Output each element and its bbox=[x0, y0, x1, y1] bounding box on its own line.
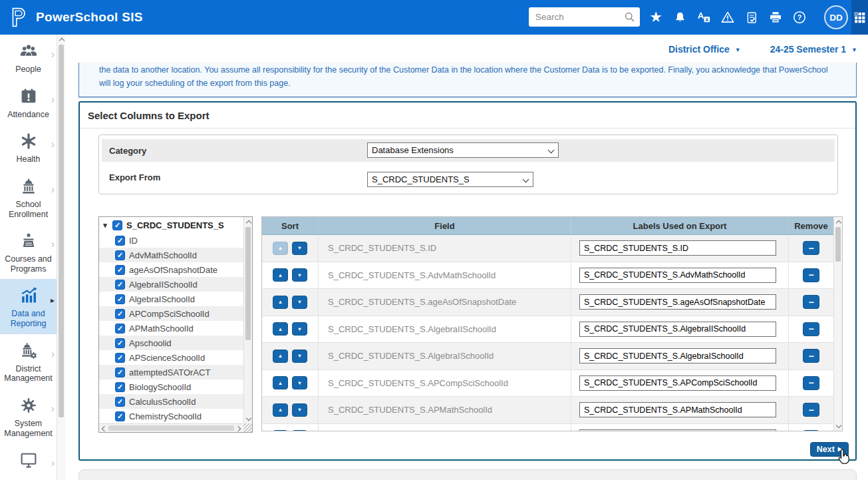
field-checkbox[interactable]: ✓ bbox=[115, 353, 125, 363]
export-label-input[interactable] bbox=[579, 375, 776, 391]
help-icon[interactable]: ? bbox=[792, 7, 807, 27]
notifications-bell-icon[interactable] bbox=[672, 7, 688, 27]
scroll-up-arrow-icon[interactable] bbox=[244, 217, 253, 226]
sort-up-button[interactable]: ▲ bbox=[273, 350, 288, 363]
field-checkbox[interactable]: ✓ bbox=[115, 338, 125, 348]
sidebar-item-people[interactable]: People › bbox=[0, 35, 57, 80]
sidebar-item-district-management[interactable]: District Management › bbox=[0, 334, 57, 389]
export-label-input[interactable] bbox=[579, 294, 776, 310]
sort-down-button[interactable]: ▼ bbox=[292, 376, 307, 389]
favorites-star-icon[interactable]: ★ bbox=[648, 7, 664, 27]
export-label-input[interactable] bbox=[579, 429, 776, 431]
search-icon[interactable] bbox=[624, 11, 635, 23]
tree-field-row[interactable]: ✓ ID bbox=[99, 233, 243, 248]
user-avatar[interactable]: DD bbox=[824, 5, 848, 29]
tree-field-row[interactable]: ✓ ChemistrySchoolId bbox=[99, 409, 243, 423]
remove-button[interactable]: − bbox=[803, 430, 819, 431]
export-label-input[interactable] bbox=[579, 268, 776, 283]
field-checkbox[interactable]: ✓ bbox=[115, 280, 125, 290]
sort-down-button[interactable]: ▼ bbox=[292, 322, 307, 336]
root-checkbox[interactable]: ✓ bbox=[112, 220, 122, 230]
sort-up-button[interactable]: ▲ bbox=[273, 403, 288, 417]
tree-field-row[interactable]: ✓ AlgebraIISchoolId bbox=[99, 277, 243, 292]
remove-button[interactable]: − bbox=[803, 349, 819, 363]
sort-down-button[interactable]: ▼ bbox=[292, 430, 307, 431]
remove-button[interactable]: − bbox=[803, 322, 819, 336]
translate-icon[interactable]: A bbox=[696, 7, 712, 27]
table-vertical-scrollbar[interactable] bbox=[833, 217, 842, 431]
scroll-left-arrow-icon[interactable] bbox=[99, 424, 108, 433]
sort-down-button[interactable]: ▼ bbox=[292, 296, 307, 309]
tree-root-row[interactable]: ▾ ✓ S_CRDC_STUDENTS_S bbox=[99, 217, 243, 233]
reports-check-icon[interactable] bbox=[744, 7, 760, 27]
tree-field-row[interactable]: ✓ AdvMathSchoolId bbox=[99, 248, 243, 262]
sort-down-button[interactable]: ▼ bbox=[292, 242, 307, 255]
remove-button[interactable]: − bbox=[803, 376, 819, 390]
sort-up-button[interactable]: ▲ bbox=[273, 242, 288, 255]
sidebar-item-school-enrollment[interactable]: School Enrollment › bbox=[0, 170, 57, 224]
tree-expander-icon[interactable]: ▾ bbox=[102, 221, 108, 230]
tree-field-row[interactable]: ✓ CalculusSchoolId bbox=[99, 394, 243, 409]
export-from-select[interactable]: S_CRDC_STUDENTS_S bbox=[367, 172, 533, 187]
field-checkbox[interactable]: ✓ bbox=[115, 309, 125, 319]
export-label-input[interactable] bbox=[579, 322, 776, 337]
sidebar-item-partial[interactable]: › bbox=[0, 443, 57, 475]
sidebar-scrollbar[interactable] bbox=[57, 35, 65, 480]
scroll-down-arrow-icon[interactable] bbox=[834, 421, 843, 431]
global-search[interactable] bbox=[529, 7, 640, 27]
term-selector[interactable]: 24-25 Semester 1 ▼ bbox=[770, 44, 857, 55]
sidebar-item-health[interactable]: Health › bbox=[0, 124, 57, 170]
apps-grid-icon[interactable] bbox=[851, 0, 868, 35]
tree-field-row[interactable]: ✓ Apschoolid bbox=[99, 336, 243, 350]
tree-vertical-scrollbar[interactable] bbox=[243, 217, 252, 423]
tree-field-row[interactable]: ✓ ageAsOfSnapshotDate bbox=[99, 262, 243, 277]
field-checkbox[interactable]: ✓ bbox=[115, 367, 125, 377]
tree-field-row[interactable]: ✓ APCompSciSchoolId bbox=[99, 306, 243, 321]
sidebar-item-courses-and-programs[interactable]: Courses and Programs › bbox=[0, 224, 57, 279]
scrollbar-thumb[interactable] bbox=[108, 425, 234, 431]
scroll-down-arrow-icon[interactable] bbox=[244, 414, 253, 423]
sort-down-button[interactable]: ▼ bbox=[292, 268, 307, 282]
sort-up-button[interactable]: ▲ bbox=[273, 376, 288, 389]
tree-field-row[interactable]: ✓ AlgebraISchoolId bbox=[99, 292, 243, 306]
sort-down-button[interactable]: ▼ bbox=[292, 403, 307, 417]
tree-horizontal-scrollbar[interactable] bbox=[99, 423, 243, 432]
field-checkbox[interactable]: ✓ bbox=[115, 250, 125, 260]
print-icon[interactable] bbox=[768, 7, 784, 27]
sidebar-item-attendance[interactable]: Attendance › bbox=[0, 80, 57, 125]
sort-down-button[interactable]: ▼ bbox=[292, 350, 307, 363]
alerts-warning-icon[interactable] bbox=[720, 7, 736, 27]
field-checkbox[interactable]: ✓ bbox=[115, 324, 125, 334]
export-label-input[interactable] bbox=[579, 240, 776, 256]
scroll-up-arrow-icon[interactable] bbox=[57, 35, 66, 44]
scrollbar-thumb[interactable] bbox=[59, 45, 64, 417]
resize-grip[interactable] bbox=[243, 423, 252, 432]
search-input[interactable] bbox=[529, 12, 624, 22]
sort-up-button[interactable]: ▲ bbox=[273, 322, 288, 336]
field-checkbox[interactable]: ✓ bbox=[115, 265, 125, 275]
category-select[interactable]: Database Extensions bbox=[367, 142, 559, 158]
sidebar-item-data-and-reporting[interactable]: Data and Reporting ▸ bbox=[0, 279, 57, 334]
tree-field-row[interactable]: ✓ APMathSchoolId bbox=[99, 321, 243, 336]
export-label-input[interactable] bbox=[579, 402, 776, 417]
tree-field-row[interactable]: ✓ BiologySchoolId bbox=[99, 379, 243, 394]
export-label-input[interactable] bbox=[579, 348, 776, 363]
field-checkbox[interactable]: ✓ bbox=[115, 236, 125, 246]
sort-up-button[interactable]: ▲ bbox=[273, 296, 288, 309]
tree-field-row[interactable]: ✓ APScienceSchoolId bbox=[99, 350, 243, 365]
sort-up-button[interactable]: ▲ bbox=[273, 268, 288, 282]
scroll-right-arrow-icon[interactable] bbox=[235, 424, 243, 433]
powerschool-logo-icon[interactable] bbox=[8, 7, 29, 28]
sidebar-item-system-management[interactable]: System Management › bbox=[0, 389, 57, 443]
remove-button[interactable]: − bbox=[803, 295, 819, 309]
scroll-up-arrow-icon[interactable] bbox=[834, 217, 843, 226]
next-button[interactable]: Next ▶ bbox=[810, 442, 849, 457]
scrollbar-thumb[interactable] bbox=[245, 227, 251, 340]
remove-button[interactable]: − bbox=[803, 268, 819, 282]
scrollbar-thumb[interactable] bbox=[835, 227, 841, 262]
field-checkbox[interactable]: ✓ bbox=[115, 411, 125, 421]
sort-up-button[interactable]: ▲ bbox=[273, 430, 288, 431]
field-checkbox[interactable]: ✓ bbox=[115, 294, 125, 304]
field-checkbox[interactable]: ✓ bbox=[115, 382, 125, 392]
remove-button[interactable]: − bbox=[803, 241, 819, 255]
